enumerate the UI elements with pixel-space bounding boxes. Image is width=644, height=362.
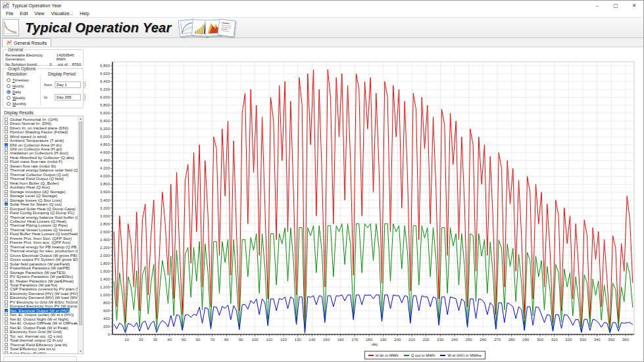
checkbox-icon[interactable] <box>5 211 8 214</box>
checkbox-icon[interactable] <box>5 300 8 304</box>
checkbox-icon[interactable]: ✓ <box>5 309 8 312</box>
minimize-button[interactable]: – <box>588 1 607 10</box>
display-results-label: Display Results <box>4 110 34 115</box>
resolution-option-hourly[interactable]: Hourly <box>7 83 28 89</box>
checkbox-icon[interactable] <box>5 304 8 307</box>
bottom-button-stub-1[interactable] <box>3 356 77 362</box>
menu-item-file[interactable]: File <box>3 11 16 16</box>
checkbox-icon[interactable] <box>5 296 8 299</box>
checkbox-icon[interactable] <box>5 245 8 248</box>
checkbox-icon[interactable] <box>5 326 8 329</box>
checkbox-icon[interactable] <box>5 139 8 142</box>
svg-text:3,000: 3,000 <box>100 214 111 218</box>
checkbox-icon[interactable] <box>5 219 8 223</box>
checkbox-icon[interactable] <box>5 287 8 290</box>
svg-text:3,200: 3,200 <box>100 206 111 210</box>
resolution-option-weekly[interactable]: Weekly <box>7 95 28 101</box>
app-icon <box>3 2 9 9</box>
checkbox-icon[interactable] <box>5 147 8 150</box>
checkbox-icon[interactable] <box>5 135 8 138</box>
checkbox-icon[interactable] <box>5 254 8 257</box>
checkbox-icon[interactable] <box>5 283 8 286</box>
checkbox-icon[interactable] <box>5 249 8 252</box>
from-day-input[interactable]: Day 1 <box>55 81 81 88</box>
resolution-option-monthly[interactable]: Monthly <box>7 101 28 106</box>
checkbox-icon[interactable] <box>5 237 8 240</box>
scrollbar-thumb[interactable] <box>79 122 82 325</box>
checkbox-icon[interactable] <box>5 351 8 354</box>
menu-item-edit[interactable]: Edit <box>16 11 31 16</box>
menu-item-help[interactable]: Help <box>76 11 92 16</box>
menu-item-view[interactable]: View <box>31 11 47 16</box>
svg-text:4,400: 4,400 <box>100 158 111 162</box>
checkbox-icon[interactable] <box>5 343 8 346</box>
list-item[interactable]: Solar Share (SolSh) <box>3 351 78 354</box>
scroll-up-icon[interactable]: ▲ <box>78 116 83 121</box>
checkbox-icon[interactable] <box>5 317 8 321</box>
checkbox-icon[interactable]: ✓ <box>5 143 8 147</box>
svg-text:0: 0 <box>108 332 111 336</box>
checkbox-icon[interactable] <box>5 190 8 193</box>
svg-text:260: 260 <box>480 338 487 342</box>
checkbox-icon[interactable] <box>5 275 8 278</box>
checkbox-icon[interactable] <box>5 223 8 227</box>
radio-icon[interactable] <box>7 96 11 100</box>
checkbox-icon[interactable] <box>5 122 8 125</box>
checkbox-icon[interactable] <box>5 258 8 261</box>
radio-icon[interactable] <box>7 78 11 82</box>
close-button[interactable]: ✕ <box>625 1 643 10</box>
checkbox-icon[interactable] <box>5 126 8 129</box>
maximize-button[interactable]: ▢ <box>607 1 625 10</box>
list-scrollbar[interactable]: ▲ ▼ <box>78 116 83 353</box>
to-day-input[interactable]: Day 365 <box>55 94 81 101</box>
svg-text:6,200: 6,200 <box>100 87 111 91</box>
checkbox-icon[interactable] <box>5 240 8 244</box>
menu-item-visualize[interactable]: Visualize... <box>47 11 76 16</box>
checkbox-icon[interactable]: ✓ <box>5 202 8 206</box>
checkbox-icon[interactable] <box>5 334 8 338</box>
svg-text:120: 120 <box>280 338 287 342</box>
checkbox-icon[interactable] <box>5 198 8 202</box>
checkbox-icon[interactable] <box>5 130 8 133</box>
resolution-option-daily[interactable]: Daily <box>7 89 28 95</box>
tab-bar: General Results <box>1 38 643 47</box>
checkbox-icon[interactable] <box>5 177 8 180</box>
checkbox-icon[interactable] <box>5 232 8 235</box>
checkbox-icon[interactable] <box>5 194 8 197</box>
checkbox-icon[interactable] <box>5 321 8 325</box>
checkbox-icon[interactable] <box>5 262 8 265</box>
checkbox-icon[interactable] <box>5 279 8 283</box>
checkbox-icon[interactable] <box>5 160 8 163</box>
checkbox-icon[interactable] <box>5 347 8 350</box>
checkbox-icon[interactable] <box>5 173 8 176</box>
checkbox-icon[interactable] <box>5 215 8 219</box>
checkbox-icon[interactable] <box>5 313 8 316</box>
checkbox-icon[interactable] <box>5 207 8 210</box>
checkbox-icon[interactable] <box>5 185 8 189</box>
renewable-generation-label: Renewable Electricity Generation <box>5 53 57 61</box>
checkbox-icon[interactable] <box>5 156 8 159</box>
svg-text:2,600: 2,600 <box>100 230 111 234</box>
radio-icon[interactable] <box>7 102 11 106</box>
checkbox-icon[interactable] <box>5 292 8 295</box>
svg-text:50: 50 <box>182 338 186 342</box>
svg-text:600: 600 <box>103 309 111 313</box>
checkbox-icon[interactable] <box>5 118 8 121</box>
scroll-down-icon[interactable]: ▼ <box>78 349 83 353</box>
radio-icon[interactable] <box>7 90 11 94</box>
general-groupbox-title: General <box>7 47 24 52</box>
svg-text:90: 90 <box>239 338 243 342</box>
resolution-option-timestep[interactable]: Timestep <box>7 77 28 83</box>
checkbox-icon[interactable] <box>5 338 8 342</box>
checkbox-icon[interactable] <box>5 266 8 269</box>
checkbox-icon[interactable] <box>5 181 8 185</box>
radio-icon[interactable] <box>7 84 11 88</box>
checkbox-icon[interactable] <box>5 271 8 274</box>
tab-general-results[interactable]: General Results <box>2 38 51 47</box>
checkbox-icon[interactable] <box>5 151 8 154</box>
checkbox-icon[interactable] <box>5 330 8 333</box>
checkbox-icon[interactable] <box>5 228 8 231</box>
checkbox-icon[interactable] <box>5 164 8 168</box>
checkbox-icon[interactable] <box>5 168 8 171</box>
svg-text:320: 320 <box>565 338 572 342</box>
